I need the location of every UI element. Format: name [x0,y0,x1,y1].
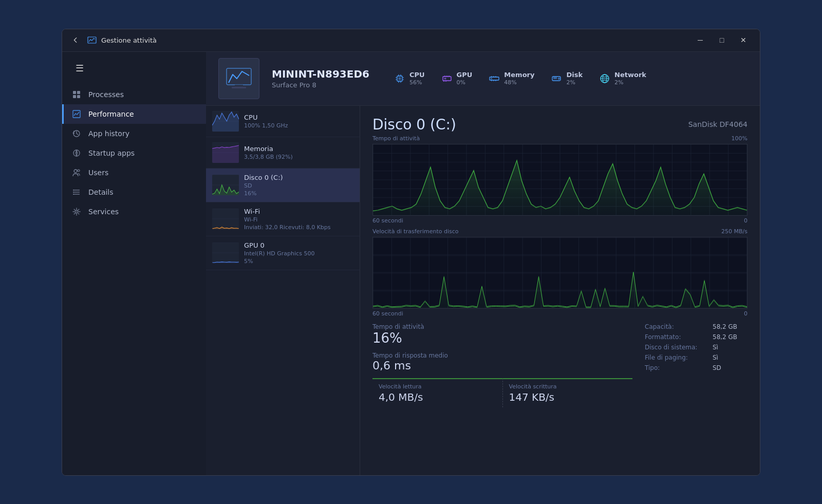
back-button[interactable] [68,33,83,47]
stat-cpu[interactable]: CPU 56% [394,71,425,86]
info-label: Capacità: [645,323,706,330]
svg-point-14 [73,192,74,193]
close-button[interactable]: ✕ [733,32,754,48]
cpu-icon [394,73,405,84]
proc-info-cpu: CPU 100% 1,50 GHz [244,114,353,129]
risposta-label: Tempo di risposta medio [372,352,632,359]
chart2-y-label: Velocità di trasferimento disco [372,228,458,235]
scrittura-value: 147 KB/s [509,391,627,403]
stat-memory-label: Memory [504,71,534,79]
hamburger-icon: ☰ [76,63,84,74]
proc-item-cpu[interactable]: CPU 100% 1,50 GHz [206,106,360,137]
machine-icon [218,58,259,99]
detail-brand: SanDisk DF4064 [688,120,748,128]
sidebar-label-processes: Processes [88,90,124,99]
chart2-footer: 60 secondi 0 [372,310,748,317]
svg-rect-1 [73,91,76,94]
chart2-y-max: 250 MB/s [721,228,748,235]
sidebar-label-services: Services [88,208,119,216]
svg-point-17 [76,211,77,212]
proc-thumb-wifi [212,209,239,229]
svg-rect-20 [232,87,246,88]
sidebar-label-users: Users [88,169,108,177]
svg-rect-19 [235,85,243,87]
users-icon [72,168,81,177]
chart1-y-label: Tempo di attività [372,135,420,142]
proc-sub-wifi2: Inviati: 32,0 Ricevuti: 8,0 Kbps [244,224,353,231]
proc-info-memoria: Memoria 3,5/3,8 GB (92%) [244,145,353,160]
attivita-label: Tempo di attività [372,323,632,330]
proc-item-memoria[interactable]: Memoria 3,5/3,8 GB (92%) [206,137,360,169]
sidebar-label-app-history: App history [88,129,129,138]
chart2-x-start: 60 secondi [372,310,403,317]
proc-thumb-memoria [212,142,239,163]
svg-point-13 [73,190,74,191]
stat-gpu-value: 0% [457,79,473,86]
proc-sub-disco2: 16% [244,190,353,197]
speed-row: Velocità lettura 4,0 MB/s Velocità scrit… [372,378,632,407]
maximize-button[interactable]: □ [712,32,732,48]
chart-attivita-section: Tempo di attività 100% 60 secondi 0 [372,135,748,224]
proc-thumb-gpu [212,242,239,263]
stat-gpu-info: GPU 0% [457,71,473,86]
services-icon [72,207,81,216]
proc-sub-cpu: 100% 1,50 GHz [244,122,353,129]
proc-name-memoria: Memoria [244,145,353,153]
list-icon [72,188,81,197]
proc-thumb-disco [212,175,239,195]
detail-panel: Disco 0 (C:) SanDisk DF4064 Tempo di att… [360,106,760,475]
sidebar-item-users[interactable]: Users [62,163,206,182]
sidebar-label-performance: Performance [88,110,134,118]
stat-gpu[interactable]: GPU 0% [441,71,473,86]
stat-attivita: Tempo di attività 16% [372,323,632,346]
stat-disk[interactable]: Disk 2% [551,71,583,86]
chart1-header: Tempo di attività 100% [372,135,748,142]
svg-rect-45 [491,78,492,79]
proc-name-wifi: Wi-Fi [244,208,353,215]
info-label: Tipo: [645,364,706,371]
process-panel: CPU 100% 1,50 GHz Memoria 3,5/3,8 GB (92… [206,106,360,475]
proc-info-disco: Disco 0 (C:) SD 16% [244,174,353,197]
scrittura-label: Velocità scrittura [509,383,627,390]
speed-scrittura: Velocità scrittura 147 KB/s [503,378,633,407]
sidebar-item-performance[interactable]: Performance [62,104,206,124]
svg-point-9 [78,170,80,172]
proc-sub-gpu2: 5% [244,258,353,265]
minimize-button[interactable]: ─ [690,32,711,48]
stat-memory[interactable]: Memory 48% [489,71,534,86]
network-icon [599,73,610,84]
proc-sub-wifi1: Wi-Fi [244,216,353,223]
proc-item-wifi[interactable]: Wi-Fi Wi-Fi Inviati: 32,0 Ricevuti: 8,0 … [206,202,360,236]
svg-rect-0 [88,37,96,43]
stat-network[interactable]: Network 2% [599,71,646,86]
sidebar-item-details[interactable]: Details [62,182,206,202]
risposta-value: 0,6 ms [372,359,632,372]
menu-hamburger-button[interactable]: ☰ [68,58,91,79]
lettura-value: 4,0 MB/s [379,391,496,403]
startup-icon [72,148,81,158]
sidebar-item-startup-apps[interactable]: Startup apps [62,143,206,163]
grid-icon [72,90,81,99]
svg-point-47 [558,78,560,79]
stat-memory-value: 48% [504,79,534,86]
info-value: Sì [713,354,718,361]
svg-rect-30 [398,77,401,80]
info-row: File di paging:Sì [645,354,748,361]
main-content: ☰ Processes Performance [62,52,760,475]
chart2-container [372,237,748,309]
stat-disk-label: Disk [566,71,583,79]
svg-rect-4 [77,95,80,98]
svg-rect-3 [73,95,76,98]
sidebar-item-services[interactable]: Services [62,202,206,221]
info-row: Disco di sistema:Sì [645,344,748,351]
proc-thumb-cpu [212,111,239,132]
proc-info-wifi: Wi-Fi Wi-Fi Inviati: 32,0 Ricevuti: 8,0 … [244,208,353,231]
proc-item-disco[interactable]: Disco 0 (C:) SD 16% [206,169,360,202]
title-bar: Gestione attività ─ □ ✕ [62,29,760,52]
sidebar-item-app-history[interactable]: App history [62,124,206,143]
stat-network-info: Network 2% [614,71,646,86]
detail-title: Disco 0 (C:) [372,116,456,133]
sidebar-item-processes[interactable]: Processes [62,85,206,104]
proc-item-gpu[interactable]: GPU 0 Intel(R) HD Graphics 500 5% [206,236,360,270]
stat-cpu-info: CPU 56% [409,71,425,86]
